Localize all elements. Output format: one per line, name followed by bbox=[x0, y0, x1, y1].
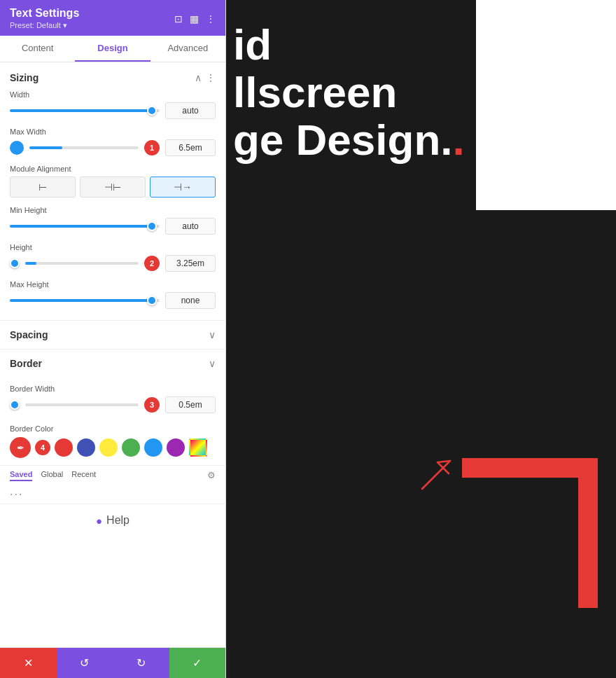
color-swatch-gradient[interactable] bbox=[189, 438, 207, 457]
color-swatch-yellow[interactable] bbox=[99, 438, 118, 457]
color-swatch-green[interactable] bbox=[122, 438, 140, 457]
spacing-title: Spacing bbox=[10, 329, 48, 340]
sizing-more-icon[interactable]: ⋮ bbox=[206, 72, 216, 83]
border-width-slider-track bbox=[25, 399, 139, 410]
max-width-label: Max Width bbox=[10, 127, 216, 136]
border-color-section: Border Color ✒ 4 bbox=[0, 422, 225, 465]
border-color-label: Border Color bbox=[10, 424, 216, 433]
canvas-dot: . bbox=[453, 116, 465, 164]
height-input[interactable] bbox=[165, 255, 216, 272]
tab-advanced[interactable]: Advanced bbox=[150, 36, 225, 62]
max-width-input[interactable] bbox=[165, 139, 216, 156]
min-height-fill bbox=[10, 225, 152, 228]
max-height-thumb[interactable] bbox=[147, 296, 157, 305]
border-width-thumb-left[interactable] bbox=[10, 400, 20, 410]
max-width-fill bbox=[29, 146, 62, 149]
align-center-btn[interactable]: ⊣⊢ bbox=[80, 177, 146, 198]
color-swatch-lightblue[interactable] bbox=[144, 438, 162, 457]
module-alignment-label: Module Alignment bbox=[10, 165, 216, 173]
align-right-btn[interactable]: ⊣→ bbox=[150, 177, 216, 198]
help-label: Help bbox=[106, 514, 130, 527]
spacing-section[interactable]: Spacing ∨ bbox=[0, 320, 225, 349]
width-thumb[interactable] bbox=[147, 106, 157, 116]
border-title: Border bbox=[10, 358, 42, 369]
width-slider-track bbox=[10, 105, 160, 116]
max-height-slider-track bbox=[10, 295, 160, 306]
width-input[interactable]: auto bbox=[165, 102, 216, 119]
sizing-section-header: Sizing ∧ ⋮ bbox=[10, 72, 216, 83]
height-slider-row: 2 bbox=[10, 255, 216, 272]
min-height-slider-track bbox=[10, 221, 160, 232]
min-height-label: Min Height bbox=[10, 206, 216, 214]
height-thumb-left[interactable] bbox=[10, 258, 20, 268]
tab-bar: Content Design Advanced bbox=[0, 36, 225, 62]
step-badge-3: 3 bbox=[144, 397, 160, 413]
max-width-slider-track bbox=[29, 142, 139, 153]
eyedropper-icon: ✒ bbox=[17, 443, 24, 453]
panel-footer: ✕ ↺ ↻ ✓ bbox=[0, 647, 225, 678]
arrow-indicator bbox=[415, 454, 457, 496]
undo-button[interactable]: ↺ bbox=[57, 648, 113, 678]
height-label: Height bbox=[10, 243, 216, 251]
panel-preset[interactable]: Preset: Default ▾ bbox=[10, 21, 79, 30]
border-width-label: Border Width bbox=[10, 385, 216, 393]
max-height-track-bg bbox=[10, 299, 160, 302]
columns-icon[interactable]: ▦ bbox=[190, 13, 199, 25]
align-left-btn[interactable]: ⊢ bbox=[10, 177, 76, 198]
color-swatches: ✒ 4 bbox=[10, 437, 216, 458]
align-center-icon: ⊣⊢ bbox=[104, 181, 121, 193]
min-height-thumb[interactable] bbox=[147, 221, 157, 231]
width-fill bbox=[10, 109, 152, 112]
width-field: Width auto bbox=[10, 90, 216, 119]
module-alignment-field: Module Alignment ⊢ ⊣⊢ ⊣→ bbox=[10, 165, 216, 198]
min-height-slider-row bbox=[10, 218, 216, 235]
color-tab-saved[interactable]: Saved bbox=[10, 470, 32, 481]
panel-header: Text Settings Preset: Default ▾ ⊡ ▦ ⋮ bbox=[0, 0, 225, 36]
color-swatch-red[interactable] bbox=[55, 438, 73, 457]
width-label: Width bbox=[10, 90, 216, 99]
expand-icon[interactable]: ⊡ bbox=[174, 13, 183, 25]
step-badge-2: 2 bbox=[144, 256, 160, 271]
border-width-slider-row: 3 bbox=[10, 396, 216, 413]
color-tab-global[interactable]: Global bbox=[41, 470, 63, 481]
max-width-slider-row: 1 bbox=[10, 139, 216, 156]
help-section[interactable]: ● Help bbox=[0, 504, 225, 537]
max-height-input[interactable] bbox=[165, 292, 216, 309]
tab-design[interactable]: Design bbox=[75, 36, 150, 62]
border-section[interactable]: Border ∨ bbox=[0, 349, 225, 378]
eyedropper-btn[interactable]: ✒ bbox=[10, 437, 31, 458]
max-height-slider-row bbox=[10, 292, 216, 309]
border-width-field: Border Width 3 bbox=[10, 385, 216, 413]
redo-button[interactable]: ↻ bbox=[113, 648, 169, 678]
more-dots[interactable]: ··· bbox=[0, 485, 225, 504]
sizing-collapse-btn[interactable]: ∧ bbox=[195, 72, 202, 83]
min-height-input[interactable] bbox=[165, 218, 216, 235]
color-tab-recent[interactable]: Recent bbox=[71, 470, 96, 481]
red-shape bbox=[462, 433, 616, 608]
height-slider-track bbox=[25, 258, 139, 269]
canvas-text: id llscreen ge Design.. bbox=[233, 21, 465, 165]
max-width-track-bg bbox=[29, 146, 139, 149]
canvas: id llscreen ge Design.. bbox=[226, 0, 616, 678]
canvas-text-line1: id bbox=[233, 21, 465, 69]
step-badge-1: 1 bbox=[144, 140, 160, 155]
step-badge-4: 4 bbox=[35, 440, 50, 455]
save-button[interactable]: ✓ bbox=[169, 648, 226, 678]
color-swatch-purple[interactable] bbox=[167, 438, 185, 457]
canvas-white-corner bbox=[476, 0, 616, 210]
min-height-field: Min Height bbox=[10, 206, 216, 235]
width-slider-row: auto bbox=[10, 102, 216, 119]
max-height-label: Max Height bbox=[10, 280, 216, 289]
height-track-bg bbox=[25, 262, 139, 265]
max-height-fill bbox=[10, 299, 152, 302]
max-width-thumb-circle[interactable] bbox=[10, 141, 24, 155]
panel-title: Text Settings bbox=[10, 7, 79, 20]
cancel-button[interactable]: ✕ bbox=[0, 648, 57, 678]
menu-icon[interactable]: ⋮ bbox=[206, 13, 216, 25]
border-chevron-icon: ∨ bbox=[209, 358, 216, 369]
color-swatch-blue[interactable] bbox=[77, 438, 95, 457]
tab-content[interactable]: Content bbox=[0, 36, 75, 62]
align-right-icon: ⊣→ bbox=[174, 181, 192, 193]
color-settings-icon[interactable]: ⚙ bbox=[207, 470, 216, 481]
border-width-input[interactable] bbox=[165, 396, 216, 413]
